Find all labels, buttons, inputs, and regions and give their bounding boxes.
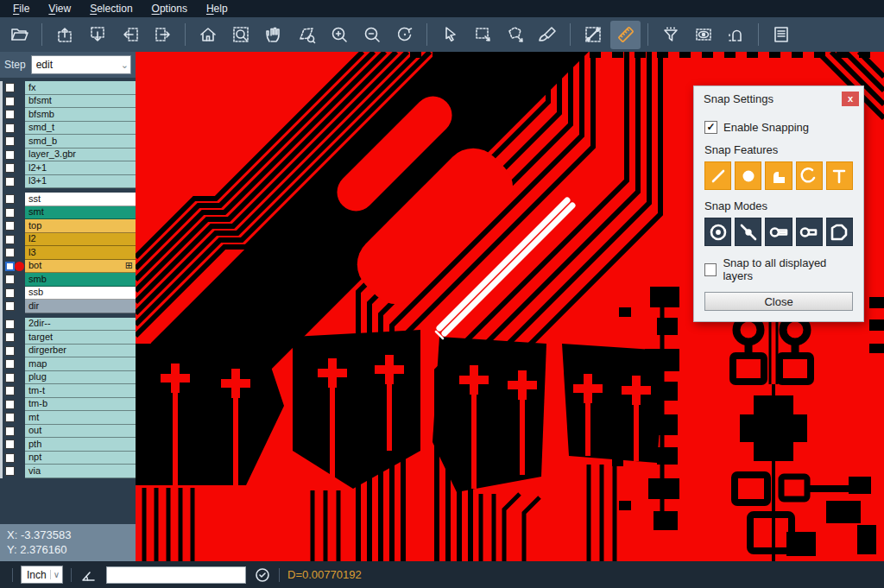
layer-item-tm-b[interactable]: tm-b	[25, 398, 136, 412]
layer-form-button[interactable]	[766, 21, 796, 49]
shift-down-button[interactable]	[82, 21, 112, 49]
snap-mode-contour-button[interactable]	[826, 218, 853, 246]
layer-item-pth[interactable]: pth	[25, 438, 136, 452]
layer-checkbox-smd_t[interactable]	[5, 123, 15, 133]
shift-left-button[interactable]	[115, 21, 145, 49]
brush-select-button[interactable]	[533, 21, 563, 49]
layer-checkbox-via[interactable]	[5, 466, 15, 476]
layer-checkbox-tm-t[interactable]	[5, 386, 15, 395]
snap-all-layers-checkbox[interactable]	[704, 263, 717, 276]
pan-hand-button[interactable]	[258, 21, 288, 49]
layer-item-out[interactable]: out	[25, 425, 136, 439]
layer-checkbox-l2+1[interactable]	[5, 163, 15, 173]
open-file-button[interactable]	[4, 21, 35, 49]
zoom-previous-button[interactable]	[389, 21, 420, 49]
snap-feature-arc-button[interactable]	[796, 161, 823, 190]
layer-item-ssb[interactable]: ssb	[25, 287, 136, 300]
layer-item-map[interactable]: map	[25, 357, 136, 371]
menu-options[interactable]: Options	[142, 1, 197, 16]
unit-select[interactable]: Inch ∨	[21, 566, 63, 584]
layer-checkbox-l3+1[interactable]	[5, 177, 15, 187]
snap-mode-slot-end-button[interactable]	[796, 218, 823, 246]
snap-feature-text-button[interactable]	[826, 161, 853, 190]
layer-checkbox-map[interactable]	[5, 359, 15, 369]
layer-item-smd_t[interactable]: smd_t	[25, 122, 136, 136]
layer-checkbox-ssb[interactable]	[5, 288, 15, 298]
layer-item-l2[interactable]: l2	[25, 233, 136, 247]
layer-checkbox-top[interactable]	[5, 221, 15, 231]
dialog-close-button[interactable]: Close	[704, 292, 853, 311]
view-options-button[interactable]	[688, 21, 718, 49]
layer-item-via[interactable]: via	[25, 465, 136, 478]
layer-item-bfsmb[interactable]: bfsmb	[25, 108, 136, 122]
layer-checkbox-dirgerber[interactable]	[5, 346, 15, 356]
snap-mode-center-button[interactable]	[704, 218, 731, 246]
layer-checkbox-smb[interactable]	[5, 275, 15, 284]
zoom-polygon-button[interactable]	[291, 21, 321, 49]
layer-item-2dir--[interactable]: 2dir--	[25, 318, 136, 332]
layer-checkbox-dir[interactable]	[5, 301, 15, 311]
layer-checkbox-l2[interactable]	[5, 235, 15, 244]
shift-up-button[interactable]	[49, 21, 79, 49]
layer-checkbox-fx[interactable]	[5, 83, 15, 92]
layer-item-layer_3.gbr[interactable]: layer_3.gbr	[25, 149, 136, 162]
layer-checkbox-mt[interactable]	[5, 413, 15, 422]
layer-item-smt[interactable]: smt	[25, 206, 136, 220]
layer-checkbox-out[interactable]	[5, 427, 15, 436]
enable-snapping-row[interactable]: ✓ Enable Snapping	[704, 121, 853, 134]
layer-item-smb[interactable]: smb	[25, 273, 136, 287]
menu-file[interactable]: File	[3, 1, 39, 16]
measure-ruler-button[interactable]	[610, 21, 641, 49]
layer-item-npt[interactable]: npt	[25, 452, 136, 465]
layer-checkbox-bfsmb[interactable]	[5, 110, 15, 119]
select-polygon-button[interactable]	[500, 21, 530, 49]
enable-snapping-checkbox[interactable]: ✓	[704, 121, 717, 134]
snap-feature-pad-button[interactable]	[735, 161, 761, 190]
shift-right-button[interactable]	[148, 21, 178, 49]
layer-item-bot[interactable]: bot⊞	[25, 260, 136, 274]
menu-selection[interactable]: Selection	[80, 1, 142, 16]
layer-checkbox-tm-b[interactable]	[5, 400, 15, 409]
layer-item-bfsmt[interactable]: bfsmt	[25, 95, 136, 109]
layer-checkbox-bfsmt[interactable]	[5, 97, 15, 106]
menu-view[interactable]: View	[39, 1, 80, 16]
step-select[interactable]: edit ⌄	[31, 55, 131, 74]
snap-mode-midpoint-button[interactable]	[735, 218, 761, 246]
grid-icon[interactable]: ⊞	[125, 261, 133, 270]
layer-item-l3+1[interactable]: l3+1	[25, 175, 136, 189]
layer-checkbox-layer_3.gbr[interactable]	[5, 150, 15, 160]
layer-checkbox-plug[interactable]	[5, 373, 15, 383]
zoom-in-button[interactable]	[324, 21, 354, 49]
snap-feature-line-button[interactable]	[704, 161, 731, 190]
home-view-button[interactable]	[193, 21, 223, 49]
layer-checkbox-smd_b[interactable]	[5, 136, 15, 146]
apply-check-icon[interactable]	[254, 566, 271, 584]
select-cursor-button[interactable]	[434, 21, 464, 49]
layer-checkbox-sst[interactable]	[5, 194, 15, 204]
menu-help[interactable]: Help	[197, 1, 237, 16]
layer-item-top[interactable]: top	[25, 219, 136, 233]
dialog-close-icon[interactable]: x	[842, 92, 859, 106]
layer-checkbox-target[interactable]	[5, 332, 15, 342]
layer-item-target[interactable]: target	[25, 331, 136, 345]
layer-item-tm-t[interactable]: tm-t	[25, 384, 136, 398]
measure-point-button[interactable]	[578, 21, 608, 49]
filter-button[interactable]	[655, 21, 685, 49]
layer-item-l2+1[interactable]: l2+1	[25, 161, 136, 175]
layer-checkbox-2dir--[interactable]	[5, 319, 15, 329]
measure-input[interactable]	[106, 566, 246, 584]
layer-item-smd_b[interactable]: smd_b	[25, 135, 136, 149]
layer-item-fx[interactable]: fx	[25, 81, 136, 95]
zoom-window-button[interactable]	[225, 21, 256, 49]
layer-checkbox-pth[interactable]	[5, 439, 15, 449]
select-rectangle-button[interactable]	[467, 21, 497, 49]
snap-mode-slot-start-button[interactable]	[765, 218, 792, 246]
layer-checkbox-bot[interactable]	[5, 262, 15, 271]
snap-button[interactable]	[721, 21, 751, 49]
layer-checkbox-npt[interactable]	[5, 453, 15, 463]
layer-item-sst[interactable]: sst	[25, 193, 136, 206]
snap-all-layers-row[interactable]: Snap to all displayed layers	[704, 256, 853, 282]
layer-item-dirgerber[interactable]: dirgerber	[25, 345, 136, 358]
layer-item-l3[interactable]: l3	[25, 246, 136, 260]
layer-item-plug[interactable]: plug	[25, 371, 136, 385]
